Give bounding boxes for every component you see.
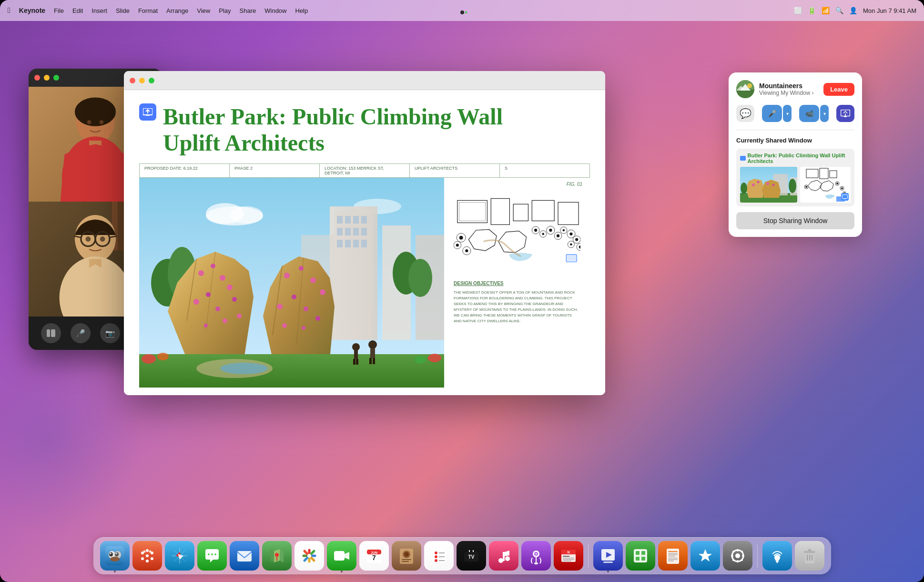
svg-point-176 — [146, 560, 149, 562]
shared-window-label: Currently Shared Window — [736, 137, 854, 144]
menu-help[interactable]: Help — [295, 7, 308, 14]
dock-item-airdrop[interactable] — [762, 541, 792, 571]
keynote-meta-bar: PROPOSED DATE: 6.19.22 PHASE 2 LOCATION:… — [139, 163, 590, 178]
dock-item-numbers[interactable] — [626, 541, 655, 571]
dock-item-appletv[interactable]: TV — [457, 541, 486, 571]
dock-item-messages[interactable] — [197, 541, 227, 571]
dock-item-safari[interactable] — [165, 541, 194, 571]
svg-point-59 — [193, 299, 199, 305]
dock: JUN 7 — [93, 537, 831, 574]
svg-point-83 — [352, 343, 360, 351]
keynote-slide-content: Butler Park: Public Climbing WallUplift … — [124, 90, 605, 395]
mic-toggle-button[interactable]: 🎤 — [762, 105, 782, 122]
dock-item-mail[interactable] — [230, 541, 259, 571]
keynote-close-button[interactable] — [130, 78, 135, 83]
dock-item-maps[interactable] — [262, 541, 292, 571]
camera-dot — [460, 10, 464, 14]
svg-rect-160 — [843, 195, 848, 199]
leave-call-button[interactable]: Leave — [823, 83, 854, 96]
svg-rect-225 — [563, 559, 574, 560]
svg-rect-40 — [345, 240, 351, 247]
apple-logo-icon[interactable]:  — [8, 6, 10, 15]
dock-item-finder[interactable] — [100, 541, 130, 571]
menu-app-name[interactable]: Keynote — [19, 7, 45, 14]
svg-point-186 — [208, 553, 210, 555]
dock-item-trash[interactable] — [795, 541, 824, 571]
svg-point-206 — [435, 559, 437, 562]
dock-item-news[interactable]: N — [554, 541, 583, 571]
menu-insert[interactable]: Insert — [91, 7, 107, 14]
mute-button[interactable]: 🎤 — [71, 323, 91, 343]
dock-item-reminders[interactable] — [424, 541, 454, 571]
dock-item-calendar[interactable]: JUN 7 — [359, 541, 389, 571]
svg-point-62 — [204, 324, 208, 327]
meta-extra: S — [500, 164, 589, 177]
close-button[interactable] — [34, 75, 40, 81]
svg-rect-96 — [532, 201, 554, 221]
dock-item-music[interactable] — [489, 541, 518, 571]
stop-sharing-button[interactable]: Stop Sharing Window — [736, 212, 854, 229]
svg-point-56 — [206, 292, 211, 297]
minimize-button[interactable] — [44, 75, 50, 81]
svg-point-81 — [415, 356, 426, 364]
dock-item-system-preferences[interactable] — [723, 541, 752, 571]
svg-point-17 — [100, 236, 105, 242]
keynote-minimize-button[interactable] — [139, 78, 145, 83]
figure-label: FIG. 01 — [567, 182, 582, 187]
svg-rect-93 — [459, 203, 486, 221]
camera-light — [465, 11, 467, 13]
screen-share-control-button[interactable] — [836, 105, 854, 122]
wifi-icon[interactable]: 📶 — [822, 7, 830, 14]
menu-arrange[interactable]: Arrange — [166, 7, 188, 14]
svg-rect-233 — [636, 557, 640, 561]
svg-point-63 — [223, 318, 227, 323]
svg-point-244 — [735, 553, 740, 558]
dock-item-facetime[interactable] — [327, 541, 356, 571]
menu-bar-left:  Keynote File Edit Insert Slide Format … — [8, 6, 308, 15]
menu-slide[interactable]: Slide — [116, 7, 130, 14]
svg-rect-241 — [668, 559, 678, 560]
dock-item-keynote[interactable] — [593, 541, 623, 571]
video-toggle-button[interactable]: 📹 — [799, 105, 819, 122]
sidebar-toggle-button[interactable] — [41, 323, 61, 343]
group-name: Mountaineers — [759, 82, 813, 90]
svg-rect-189 — [237, 551, 252, 562]
menu-share[interactable]: Share — [240, 7, 256, 14]
dock-item-appstore[interactable] — [690, 541, 720, 571]
dock-item-notes[interactable] — [392, 541, 421, 571]
svg-point-166 — [110, 553, 111, 554]
facetime-popover: Mountaineers Viewing My Window › Leave 💬… — [729, 72, 862, 237]
keynote-active-dot — [607, 571, 609, 572]
keynote-title: Butler Park: Public Climbing WallUplift … — [163, 103, 590, 156]
dock-item-launchpad[interactable] — [132, 541, 162, 571]
svg-point-177 — [143, 551, 145, 553]
dock-item-pages[interactable] — [658, 541, 688, 571]
chat-button[interactable]: 💬 — [736, 105, 754, 122]
menu-file[interactable]: File — [54, 7, 64, 14]
mic-options-chevron[interactable]: ▾ — [783, 105, 792, 122]
svg-point-57 — [227, 285, 233, 290]
dock-item-podcasts[interactable] — [521, 541, 551, 571]
menu-edit[interactable]: Edit — [72, 7, 83, 14]
menu-play[interactable]: Play — [219, 7, 231, 14]
video-options-chevron[interactable]: ▾ — [820, 105, 829, 122]
screen-mirroring-icon[interactable]: ⬜ — [794, 7, 802, 14]
menu-window[interactable]: Window — [264, 7, 286, 14]
svg-rect-94 — [491, 199, 509, 225]
user-icon[interactable]: 👤 — [849, 7, 857, 14]
svg-point-212 — [498, 558, 503, 563]
svg-point-165 — [115, 552, 119, 557]
camera-toggle-button[interactable]: 📷 — [100, 323, 120, 343]
svg-point-143 — [741, 183, 747, 194]
search-icon[interactable]: 🔍 — [835, 7, 843, 14]
menu-view[interactable]: View — [197, 7, 210, 14]
keynote-maximize-button[interactable] — [149, 78, 154, 83]
svg-point-75 — [282, 323, 287, 328]
dock-item-photos[interactable] — [294, 541, 324, 571]
maximize-button[interactable] — [53, 75, 59, 81]
svg-rect-42 — [361, 240, 367, 247]
menu-format[interactable]: Format — [138, 7, 158, 14]
svg-point-170 — [146, 554, 149, 557]
svg-point-188 — [214, 553, 216, 555]
svg-rect-223 — [563, 556, 569, 557]
